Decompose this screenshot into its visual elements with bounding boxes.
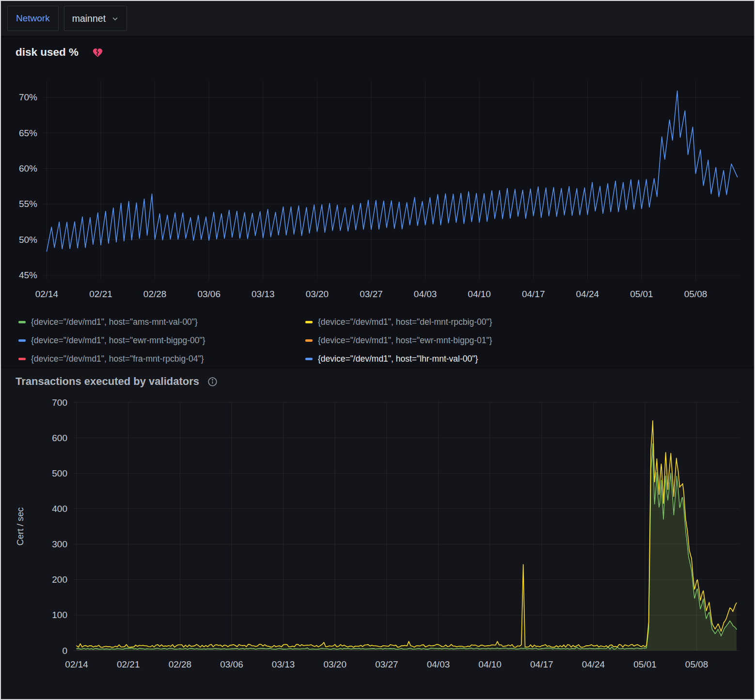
transactions-panel: Transactions executed by validators 02/1… <box>1 368 754 699</box>
svg-text:500: 500 <box>52 468 67 478</box>
panel-header: Transactions executed by validators <box>1 368 754 388</box>
chart-legend: {device="/dev/md1", host="ams-mnt-val-00… <box>1 309 754 364</box>
legend-item[interactable]: {device="/dev/md1", host="lhr-mnt-val-00… <box>305 354 754 364</box>
svg-text:05/01: 05/01 <box>630 289 653 299</box>
legend-label: {device="/dev/md1", host="del-mnt-rpcbig… <box>318 317 492 327</box>
svg-text:70%: 70% <box>19 92 37 102</box>
legend-label: {device="/dev/md1", host="ewr-mnt-bigpg-… <box>31 335 205 346</box>
svg-text:45%: 45% <box>19 270 37 280</box>
legend-item[interactable]: {device="/dev/md1", host="ewr-mnt-bigpg-… <box>18 335 305 346</box>
svg-text:02/14: 02/14 <box>35 289 59 299</box>
svg-text:50%: 50% <box>19 235 37 245</box>
disk-used-chart[interactable]: 02/1402/2102/2803/0603/1303/2003/2704/03… <box>1 63 754 309</box>
svg-text:04/17: 04/17 <box>530 659 553 669</box>
svg-text:55%: 55% <box>19 199 37 209</box>
series-color-swatch <box>305 339 313 342</box>
svg-text:04/10: 04/10 <box>468 289 491 299</box>
legend-label: {device="/dev/md1", host="ams-mnt-val-00… <box>31 317 198 327</box>
svg-text:05/08: 05/08 <box>685 659 708 669</box>
legend-item[interactable]: {device="/dev/md1", host="fra-mnt-rpcbig… <box>18 354 305 364</box>
broken-heart-alert-icon[interactable] <box>92 47 103 58</box>
svg-text:600: 600 <box>52 433 67 443</box>
svg-text:04/03: 04/03 <box>414 289 437 299</box>
svg-text:03/06: 03/06 <box>197 289 220 299</box>
grafana-dashboard: Network mainnet disk used % 02/1402/2102… <box>0 0 755 700</box>
info-icon[interactable] <box>207 377 218 387</box>
series-color-swatch <box>305 321 313 323</box>
legend-item[interactable]: {device="/dev/md1", host="ams-mnt-val-00… <box>18 317 305 327</box>
svg-text:02/14: 02/14 <box>65 659 88 669</box>
network-value-text: mainnet <box>72 13 106 24</box>
svg-text:03/20: 03/20 <box>323 659 346 669</box>
panel-title[interactable]: Transactions executed by validators <box>16 375 199 388</box>
svg-text:03/27: 03/27 <box>375 659 398 669</box>
svg-text:02/28: 02/28 <box>169 659 192 669</box>
svg-text:65%: 65% <box>19 128 37 138</box>
svg-text:04/24: 04/24 <box>582 659 605 669</box>
svg-text:03/13: 03/13 <box>272 659 295 669</box>
panel-title[interactable]: disk used % <box>16 46 79 59</box>
series-color-swatch <box>18 358 26 360</box>
panel-header: disk used % <box>1 37 754 60</box>
svg-text:04/24: 04/24 <box>576 289 599 299</box>
variables-bar: Network mainnet <box>1 1 754 36</box>
svg-text:04/17: 04/17 <box>522 289 545 299</box>
transactions-chart[interactable]: 02/1402/2102/2803/0603/1303/2003/2704/03… <box>1 391 754 684</box>
network-variable-dropdown[interactable]: mainnet <box>64 6 127 31</box>
series-color-swatch <box>305 358 313 360</box>
svg-text:04/03: 04/03 <box>427 659 450 669</box>
svg-text:400: 400 <box>52 504 67 514</box>
svg-text:02/28: 02/28 <box>143 289 167 299</box>
svg-text:03/27: 03/27 <box>360 289 383 299</box>
svg-text:0: 0 <box>62 646 67 656</box>
svg-text:02/21: 02/21 <box>117 659 140 669</box>
svg-text:05/01: 05/01 <box>633 659 657 669</box>
legend-item[interactable]: {device="/dev/md1", host="ewr-mnt-bigpg-… <box>305 335 754 346</box>
legend-label: {device="/dev/md1", host="lhr-mnt-val-00… <box>318 354 478 364</box>
svg-text:60%: 60% <box>19 163 37 174</box>
svg-text:700: 700 <box>52 398 67 408</box>
svg-text:03/13: 03/13 <box>252 289 275 299</box>
svg-text:05/08: 05/08 <box>684 289 708 299</box>
svg-text:04/10: 04/10 <box>478 659 502 669</box>
legend-label: {device="/dev/md1", host="fra-mnt-rpcbig… <box>31 354 204 364</box>
svg-text:100: 100 <box>52 610 67 620</box>
svg-text:02/21: 02/21 <box>89 289 112 299</box>
network-label-text: Network <box>16 13 50 24</box>
svg-text:200: 200 <box>52 574 67 585</box>
series-color-swatch <box>18 321 26 323</box>
chevron-down-icon <box>111 15 119 22</box>
disk-used-panel: disk used % 02/1402/2102/2803/0603/1303/… <box>1 37 754 367</box>
svg-text:300: 300 <box>52 539 67 549</box>
legend-item[interactable]: {device="/dev/md1", host="del-mnt-rpcbig… <box>305 317 754 327</box>
series-color-swatch <box>18 339 26 342</box>
legend-label: {device="/dev/md1", host="ewr-mnt-bigpg-… <box>318 335 492 346</box>
network-variable-label: Network <box>7 6 59 31</box>
svg-text:03/06: 03/06 <box>220 659 243 669</box>
svg-text:03/20: 03/20 <box>306 289 329 299</box>
y-axis-label: Cert / sec <box>15 507 25 545</box>
